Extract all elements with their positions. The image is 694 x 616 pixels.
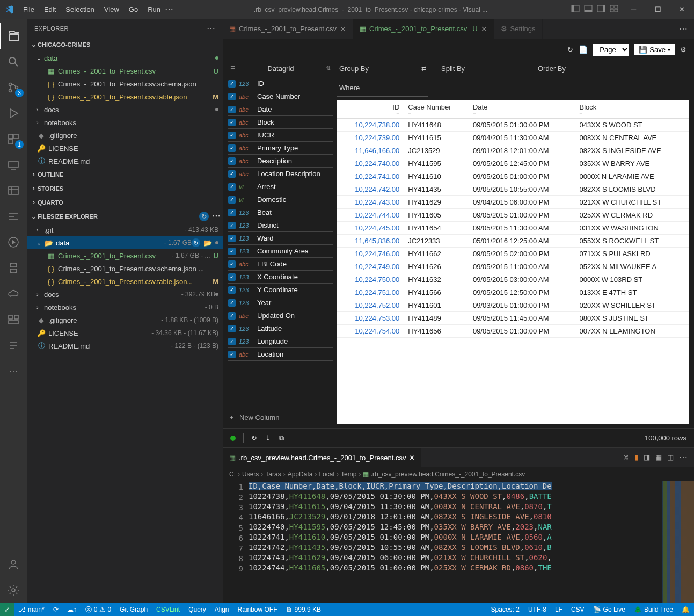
table-row[interactable]: 10,224,745.00HY41165409/05/2015 11:30:00… (337, 222, 689, 235)
table-row[interactable]: 10,224,754.00HY41165609/05/2015 01:30:00… (337, 325, 689, 338)
checkbox-icon[interactable]: ✓ (228, 235, 236, 242)
menu-icon[interactable]: ☰ (230, 65, 236, 72)
order-by-input[interactable]: Order By (536, 60, 689, 77)
breadcrumb-item[interactable]: Taras (265, 470, 281, 478)
go-live-button[interactable]: 📡 Go Live (589, 606, 630, 613)
field-row[interactable]: ✓ 123 X Coordinate (228, 271, 333, 284)
table-row[interactable]: 10,224,740.00HY41159509/05/2015 12:45:00… (337, 157, 689, 170)
checkbox-icon[interactable]: ✓ (228, 119, 236, 126)
align-button[interactable]: Align (210, 606, 233, 613)
filesize-item[interactable]: ▦Crimes_-_2001_to_Present.csv- 1.67 GB -… (27, 249, 223, 262)
where-input[interactable]: Where (337, 79, 428, 97)
column-header[interactable]: Case Number≡ (404, 100, 469, 119)
filesize-item[interactable]: { }Crimes_-_2001_to_Present.csv.schema.j… (27, 262, 223, 275)
table-row[interactable]: 10,224,753.00HY41148909/05/2015 11:45:00… (337, 312, 689, 325)
cloud-icon[interactable] (0, 281, 27, 307)
menu-run[interactable]: Run (143, 3, 165, 16)
checkbox-icon[interactable]: ✓ (228, 144, 236, 152)
column-header[interactable]: Block≡ (575, 100, 689, 119)
split-editor-icon[interactable]: ◫ (667, 453, 674, 462)
menu-edit[interactable]: Edit (40, 3, 60, 16)
section-quarto[interactable]: ›QUARTO (27, 195, 223, 209)
field-row[interactable]: ✓ abc Primary Type (228, 142, 333, 155)
filesize-overflow[interactable]: ⋯ (212, 212, 221, 221)
field-row[interactable]: ✓ abc Case Number (228, 90, 333, 103)
remote-icon[interactable] (0, 152, 27, 178)
checkbox-icon[interactable]: ✓ (228, 106, 236, 113)
rainbow-icon[interactable]: ▮ (634, 453, 638, 462)
group-by-input[interactable]: Group By⇄ (337, 60, 428, 77)
field-row[interactable]: ✓ 123 Community Area (228, 245, 333, 258)
page-select[interactable]: Page (593, 44, 629, 56)
layout-panel-right-icon[interactable] (597, 4, 605, 15)
layout-panel-bottom-icon[interactable] (584, 4, 593, 15)
checkbox-icon[interactable]: ✓ (228, 93, 236, 100)
outline-icon[interactable] (0, 307, 27, 332)
checkbox-icon[interactable]: ✓ (228, 260, 236, 268)
layout-icon[interactable] (0, 204, 27, 229)
field-row[interactable]: ✓ 123 Longitude (228, 335, 333, 348)
filesize-item[interactable]: ›.git- 413.43 KB (27, 223, 223, 236)
new-column-button[interactable]: ＋New Column (228, 408, 333, 424)
menu-overflow[interactable]: ⋯ (165, 5, 173, 14)
close-button[interactable]: ✕ (670, 0, 694, 19)
table-icon[interactable] (0, 178, 27, 204)
settings-icon[interactable]: ⚙ (680, 46, 686, 54)
section-stories[interactable]: ›STORIES (27, 182, 223, 195)
checkbox-icon[interactable]: ✓ (228, 222, 236, 229)
section-filesize[interactable]: ⌄FILESIZE EXPLORER ↻ ⋯ (27, 209, 223, 223)
field-row[interactable]: ✓ abc IUCR (228, 129, 333, 142)
table-row[interactable]: 10,224,750.00HY41163209/05/2015 03:00:00… (337, 273, 689, 286)
editor-tab[interactable]: ▦Crimes_-_2001_to_Present.csv✕ (223, 19, 353, 39)
breadcrumb-item[interactable]: ▦ .rb_csv_preview.head.Crimes_-_2001_to_… (363, 470, 525, 478)
git-graph-button[interactable]: Git Graph (115, 606, 152, 613)
language-indicator[interactable]: CSV (567, 606, 589, 613)
checkbox-icon[interactable]: ✓ (228, 80, 236, 88)
editor-tab[interactable]: ▦Crimes_-_2001_to_Present.csvU✕ (353, 19, 494, 39)
spaces-indicator[interactable]: Spaces: 2 (487, 606, 524, 613)
editor-tab[interactable]: ⚙Settings (494, 19, 543, 39)
checkbox-icon[interactable]: ✓ (228, 170, 236, 178)
field-row[interactable]: ✓ 123 ID (228, 77, 333, 90)
checkbox-icon[interactable]: ✓ (228, 351, 236, 358)
tab-overflow[interactable]: ⋯ (679, 25, 688, 33)
problems-indicator[interactable]: ⓧ0 ⚠0 (81, 605, 115, 614)
split-by-input[interactable]: Split By (439, 60, 525, 77)
checkbox-icon[interactable]: ✓ (228, 183, 236, 191)
field-row[interactable]: ✓ abc Description (228, 155, 333, 168)
folder-data[interactable]: ⌄data (27, 52, 223, 64)
query-button[interactable]: Query (184, 606, 210, 613)
checkbox-icon[interactable]: ✓ (228, 273, 236, 281)
field-row[interactable]: ✓ 123 Beat (228, 206, 333, 219)
table-row[interactable]: 11,646,166.00JC21352909/01/2018 12:01:00… (337, 144, 689, 157)
folder-item[interactable]: ›docs (27, 103, 223, 116)
section-outline[interactable]: ›OUTLINE (27, 168, 223, 182)
filesize-item[interactable]: ◆.gitignore- 1.88 KB - (1009 B) (27, 314, 223, 327)
encoding-indicator[interactable]: UTF-8 (524, 606, 551, 613)
menu-go[interactable]: Go (125, 3, 142, 16)
download-icon[interactable]: ⭳ (265, 434, 272, 442)
extensions-icon[interactable]: 1 (0, 126, 27, 152)
checkbox-icon[interactable]: ✓ (228, 338, 236, 345)
reload-icon[interactable]: ↻ (251, 434, 257, 442)
maximize-button[interactable]: ☐ (646, 0, 670, 19)
table-row[interactable]: 11,645,836.00JC21233305/01/2016 12:25:00… (337, 235, 689, 248)
save-button[interactable]: 💾Save▾ (634, 44, 675, 55)
activitybar-overflow[interactable]: ⋯ (0, 358, 27, 384)
table-row[interactable]: 10,224,742.00HY41143509/05/2015 10:55:00… (337, 183, 689, 196)
preview-tab[interactable]: ▦ .rb_csv_preview.head.Crimes_-_2001_to_… (223, 448, 421, 467)
field-row[interactable]: ✓ abc Location (228, 348, 333, 361)
field-row[interactable]: ✓ t/f Arrest (228, 180, 333, 193)
column-header[interactable]: ID≡ (337, 100, 404, 119)
checkbox-icon[interactable]: ✓ (228, 157, 236, 165)
checkbox-icon[interactable]: ✓ (228, 312, 236, 320)
menu-selection[interactable]: Selection (61, 3, 98, 16)
file-item[interactable]: { }Crimes_-_2001_to_Present.csv.table.js… (27, 90, 223, 103)
field-row[interactable]: ✓ t/f Domestic (228, 193, 333, 206)
table-row[interactable]: 10,224,746.00HY41166209/05/2015 02:00:00… (337, 248, 689, 260)
play-circle-icon[interactable] (0, 229, 27, 255)
file-item[interactable]: ▦Crimes_-_2001_to_Present.csvU (27, 64, 223, 77)
grid-icon[interactable]: ▦ (655, 453, 662, 462)
clipboard-icon[interactable]: 📄 (579, 45, 588, 54)
code-lines[interactable]: ID,Case Number,Date,Block,IUCR,Primary T… (249, 481, 662, 603)
